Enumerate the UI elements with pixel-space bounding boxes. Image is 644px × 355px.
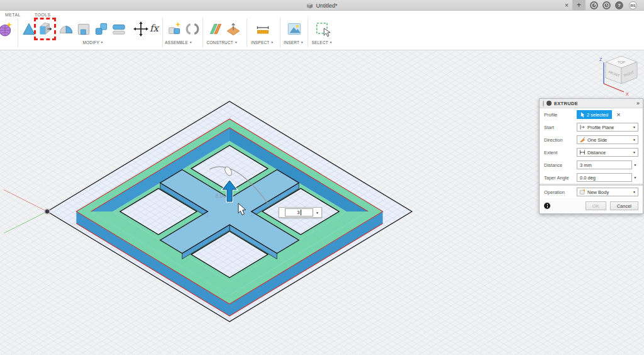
extent-row: Extent Distance ▼ [540,146,643,159]
document-tab[interactable]: Untitled* [0,0,644,11]
revolve-icon [58,20,74,38]
inline-distance-input[interactable]: 3 ▼ [279,207,322,218]
dialog-pin-icon[interactable]: » [636,100,640,106]
text-caret [301,210,301,215]
image-icon [286,20,303,38]
taper-input[interactable]: 0.0 deg [577,173,632,182]
clock-icon [604,3,609,8]
operation-row: Operation New Body ▼ [540,186,643,198]
operation-dropdown[interactable]: New Body ▼ [577,188,638,196]
cancel-button[interactable]: Cancel [610,201,638,210]
z-axis-label: Z [599,57,602,62]
construct-group-dropdown[interactable]: CONSTRUCT ▼ [201,40,243,45]
new-tab-button[interactable]: + [572,0,586,11]
toolbar-divider [18,18,18,47]
offset-plane-button[interactable] [225,20,242,38]
construct-plane-button[interactable] [208,20,224,38]
profile-row: Profile 2 selected × [540,108,643,121]
measure-button[interactable] [255,20,271,38]
one-side-icon [579,137,586,143]
direction-label: Direction [544,137,577,143]
inline-input-dropdown-icon[interactable]: ▼ [313,211,321,215]
direction-dropdown[interactable]: One Side ▼ [577,135,638,144]
avatar[interactable]: RS [629,1,637,9]
close-tab-icon[interactable]: × [562,1,571,9]
direction-row: Direction One Side ▼ [540,133,643,146]
construct-planes-icon [208,20,224,38]
joint-button[interactable] [184,20,201,38]
distance-ghost-label: 3.00 [215,193,226,199]
insert-image-button[interactable] [286,20,303,38]
gauge-icon [591,3,597,8]
ribbon-toolbar: METAL TOOLS [0,11,644,50]
create-form-button[interactable] [0,20,13,38]
thicken-icon [111,20,127,38]
job-status-icon[interactable] [590,1,598,9]
extrude-dialog-header[interactable]: EXTRUDE » [540,99,643,108]
measure-icon [255,20,271,38]
operation-label: Operation [544,189,577,195]
viewcube-top-label[interactable]: TOP [618,60,626,64]
shell-button[interactable] [75,20,92,38]
extrude-annotation-highlight [34,18,56,40]
tab-tools[interactable]: TOOLS [35,13,51,17]
extrude-command-icon [547,101,552,106]
help-icon[interactable]: ? [615,1,623,9]
extent-dropdown[interactable]: Distance ▼ [577,148,638,157]
shell-icon [75,20,92,38]
select-group-dropdown[interactable]: SELECT ▼ [306,40,338,45]
start-dropdown[interactable]: Profile Plane ▼ [577,123,638,132]
taper-label: Taper Angle [544,175,577,181]
x-axis-label: X [626,92,629,96]
document-title: Untitled* [316,3,337,9]
distance-row: Distance 3 mm ▼ [540,159,643,171]
dialog-footer: OK Cancel [540,198,643,213]
start-label: Start [544,125,577,130]
new-component-icon [167,20,183,38]
offset-plane-icon [225,20,242,38]
select-icon [314,20,331,38]
extrude-dialog: EXTRUDE » Profile 2 selected × Start Pro… [539,98,643,214]
combine-button[interactable] [93,20,109,38]
form-icon [0,20,13,38]
assemble-group-dropdown[interactable]: ASSEMBLE ▼ [159,40,198,45]
joint-icon [184,20,201,38]
inline-distance-field[interactable]: 3 [285,208,313,217]
new-body-icon [579,189,586,195]
clear-selection-icon[interactable]: × [616,111,620,118]
dialog-title: EXTRUDE [554,101,634,106]
title-bar: Untitled* × + ? RS [0,0,644,11]
distance-spinner-icon[interactable]: ▼ [632,163,638,167]
inspect-group-dropdown[interactable]: INSPECT ▼ [245,40,280,45]
select-button[interactable] [314,20,331,38]
distance-extent-icon [579,149,586,155]
profile-label: Profile [544,112,577,118]
document-cube-icon [306,2,313,9]
cursor-icon [580,112,585,118]
ok-button[interactable]: OK [586,201,606,210]
thicken-button[interactable] [111,20,127,38]
distance-label: Distance [544,162,577,168]
taper-spinner-icon[interactable]: ▼ [632,176,638,179]
parameters-button[interactable]: fx [147,20,162,38]
distance-input[interactable]: 3 mm [577,161,632,169]
revolve-button[interactable] [58,20,74,38]
profile-selection-chip[interactable]: 2 selected [577,110,612,119]
origin-point[interactable] [45,210,49,213]
tab-sheet-metal[interactable]: METAL [5,13,21,17]
dialog-grip-icon[interactable] [543,101,544,106]
extent-label: Extent [544,150,577,155]
start-row: Start Profile Plane ▼ [540,121,643,133]
new-component-button[interactable] [167,20,183,38]
info-icon[interactable] [544,203,550,209]
taper-row: Taper Angle 0.0 deg ▼ [540,171,643,184]
profile-plane-icon [579,124,586,130]
notifications-icon[interactable] [602,1,611,9]
modify-group-dropdown[interactable]: MODIFY ▼ [75,40,111,45]
combine-icon [93,20,109,38]
